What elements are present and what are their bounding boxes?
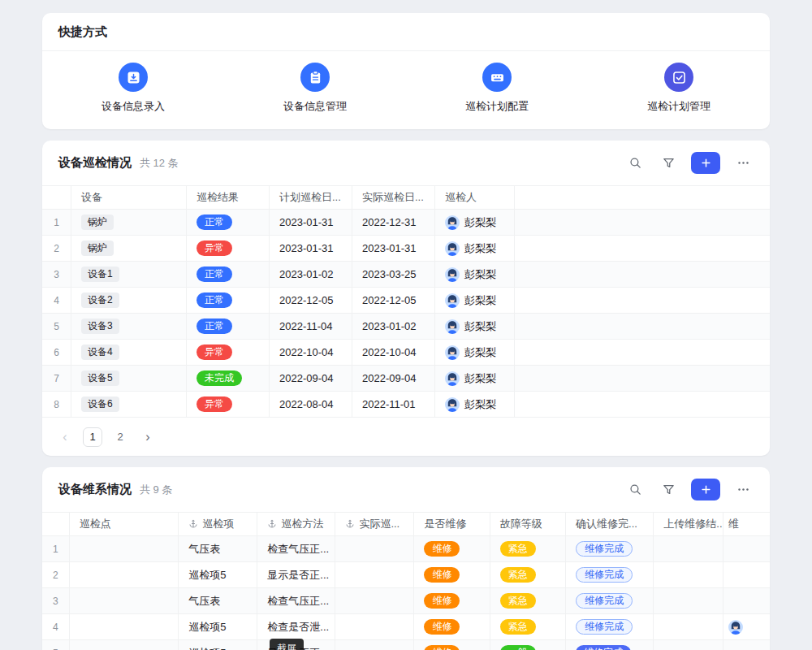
actual-date-cell: 2023-03-25 bbox=[352, 262, 435, 287]
maintenance-card: 设备维系情况 共 9 条 巡检点 巡检项 巡检方法 实际巡... 是否维修 故障… bbox=[42, 467, 770, 650]
column-header-plan-date[interactable]: 计划巡检日... bbox=[270, 186, 352, 209]
plan-date-cell: 2023-01-31 bbox=[270, 210, 352, 235]
link-field-icon bbox=[188, 519, 198, 529]
empty-cell bbox=[515, 288, 770, 313]
row-number: 6 bbox=[42, 340, 71, 365]
status-badge: 异常 bbox=[197, 240, 232, 256]
table-row[interactable]: 5 设备3 正常 2022-11-04 2023-01-02 彭梨梨 bbox=[42, 314, 770, 340]
table-row[interactable]: 5 巡检项5 显示是否正... 维修 一般 维修完成 bbox=[42, 640, 770, 650]
row-number: 3 bbox=[42, 262, 71, 287]
column-header-device[interactable]: 设备 bbox=[71, 186, 187, 209]
device-manage-icon bbox=[300, 63, 330, 92]
column-header-repair[interactable]: 是否维修 bbox=[414, 513, 490, 535]
table-row[interactable]: 1 锅炉 正常 2023-01-31 2022-12-31 彭梨梨 bbox=[42, 210, 770, 236]
table-row[interactable]: 6 设备4 异常 2022-10-04 2022-10-04 彭梨梨 bbox=[42, 340, 770, 366]
table-row[interactable]: 3 设备1 正常 2023-01-02 2023-03-25 彭梨梨 bbox=[42, 262, 770, 288]
repair-badge: 维修 bbox=[424, 567, 460, 583]
point-cell bbox=[70, 536, 179, 561]
more-button[interactable] bbox=[732, 153, 754, 174]
column-header-point[interactable]: 巡检点 bbox=[70, 513, 179, 535]
filter-button[interactable] bbox=[658, 479, 679, 500]
column-header-level[interactable]: 故障等级 bbox=[490, 513, 566, 535]
table-row[interactable]: 1 气压表 检查气压正... 维修 紧急 维修完成 bbox=[42, 536, 770, 562]
search-button[interactable] bbox=[624, 153, 646, 174]
more-button[interactable] bbox=[732, 479, 754, 500]
shortcut-device-manage[interactable]: 设备信息管理 bbox=[224, 63, 406, 114]
empty-cell bbox=[515, 236, 770, 261]
table-header-row: 巡检点 巡检项 巡检方法 实际巡... 是否维修 故障等级 确认维修完... 上… bbox=[42, 512, 770, 536]
level-badge: 一般 bbox=[500, 645, 536, 650]
level-badge: 紧急 bbox=[500, 619, 536, 635]
device-chip: 设备6 bbox=[81, 396, 119, 412]
table-row[interactable]: 7 设备5 未完成 2022-09-04 2022-09-04 彭梨梨 bbox=[42, 366, 770, 392]
column-header-confirm[interactable]: 确认维修完... bbox=[566, 513, 654, 535]
method-cell: 检查是否泄... bbox=[257, 614, 335, 639]
column-header-actual-date[interactable]: 实际巡检日... bbox=[352, 186, 435, 209]
table-row[interactable]: 8 设备6 异常 2022-08-04 2022-11-01 彭梨梨 bbox=[42, 392, 770, 418]
empty-cell bbox=[515, 392, 770, 417]
method-cell: 显示是否正... bbox=[257, 562, 335, 587]
shortcut-label: 设备信息录入 bbox=[102, 99, 165, 114]
method-cell: 检查气压正... bbox=[257, 536, 335, 561]
page-1-button[interactable]: 1 bbox=[83, 427, 102, 447]
inspector-name: 彭梨梨 bbox=[464, 397, 496, 412]
actual-date-cell: 2023-01-02 bbox=[352, 314, 435, 339]
column-header-method[interactable]: 巡检方法 bbox=[257, 513, 335, 535]
search-button[interactable] bbox=[624, 479, 646, 500]
empty-cell bbox=[515, 262, 770, 287]
column-header-item[interactable]: 巡检项 bbox=[179, 513, 257, 535]
plus-icon bbox=[700, 157, 712, 169]
actual-cell bbox=[335, 536, 414, 561]
table-row[interactable]: 3 气压表 检查气压正... 维修 紧急 维修完成 bbox=[42, 588, 770, 614]
shortcuts-card: 快捷方式 设备信息录入 设备信息管理 巡检计划配置 巡检计划管理 bbox=[42, 13, 770, 129]
plan-config-icon bbox=[482, 63, 512, 92]
row-number-header bbox=[42, 186, 71, 209]
filter-button[interactable] bbox=[658, 153, 679, 174]
filter-icon bbox=[662, 483, 676, 496]
avatar bbox=[445, 397, 460, 412]
status-badge: 正常 bbox=[197, 266, 232, 282]
device-chip: 设备3 bbox=[81, 318, 119, 334]
plus-icon bbox=[700, 483, 712, 496]
actual-cell bbox=[335, 588, 414, 613]
table-row[interactable]: 4 巡检项5 检查是否泄... 维修 紧急 维修完成 bbox=[42, 614, 770, 640]
column-header-actual[interactable]: 实际巡... bbox=[335, 513, 414, 535]
add-record-button[interactable] bbox=[691, 152, 720, 174]
actual-date-cell: 2023-01-31 bbox=[352, 236, 435, 261]
row-number: 5 bbox=[42, 314, 71, 339]
row-number: 1 bbox=[42, 210, 71, 235]
search-icon bbox=[628, 483, 642, 496]
confirm-badge: 维修完成 bbox=[576, 567, 633, 583]
column-header-result[interactable]: 巡检结果 bbox=[187, 186, 270, 209]
shortcut-plan-config[interactable]: 巡检计划配置 bbox=[406, 63, 588, 114]
upload-cell bbox=[654, 614, 723, 639]
inspector-name: 彭梨梨 bbox=[464, 267, 496, 282]
shortcuts-title: 快捷方式 bbox=[58, 24, 107, 40]
prev-page-button[interactable]: ‹ bbox=[55, 427, 75, 447]
shortcuts-list: 设备信息录入 设备信息管理 巡检计划配置 巡检计划管理 bbox=[42, 51, 770, 129]
status-badge: 异常 bbox=[197, 396, 232, 412]
column-label: 巡检方法 bbox=[281, 517, 323, 531]
inspection-header: 设备巡检情况 共 12 条 bbox=[42, 141, 770, 185]
empty-cell bbox=[515, 314, 770, 339]
shortcut-plan-manage[interactable]: 巡检计划管理 bbox=[588, 63, 770, 114]
column-header-inspector[interactable]: 巡检人 bbox=[435, 186, 515, 209]
column-header-person[interactable]: 维 bbox=[723, 513, 770, 535]
repair-badge: 维修 bbox=[424, 619, 460, 635]
repair-badge: 维修 bbox=[424, 645, 460, 650]
confirm-badge: 维修完成 bbox=[576, 619, 633, 635]
status-badge: 异常 bbox=[197, 344, 232, 360]
point-cell bbox=[70, 588, 179, 613]
page-2-button[interactable]: 2 bbox=[110, 427, 130, 447]
plan-manage-icon bbox=[664, 63, 693, 92]
table-row[interactable]: 4 设备2 正常 2022-12-05 2022-12-05 彭梨梨 bbox=[42, 288, 770, 314]
shortcut-device-entry[interactable]: 设备信息录入 bbox=[42, 63, 224, 114]
level-badge: 紧急 bbox=[500, 541, 536, 557]
upload-cell bbox=[654, 588, 723, 613]
avatar bbox=[445, 293, 460, 308]
add-record-button[interactable] bbox=[691, 479, 720, 500]
table-row[interactable]: 2 巡检项5 显示是否正... 维修 紧急 维修完成 bbox=[42, 562, 770, 588]
table-row[interactable]: 2 锅炉 异常 2023-01-31 2023-01-31 彭梨梨 bbox=[42, 236, 770, 262]
next-page-button[interactable]: › bbox=[138, 427, 158, 447]
column-header-upload[interactable]: 上传维修结... bbox=[654, 513, 723, 535]
